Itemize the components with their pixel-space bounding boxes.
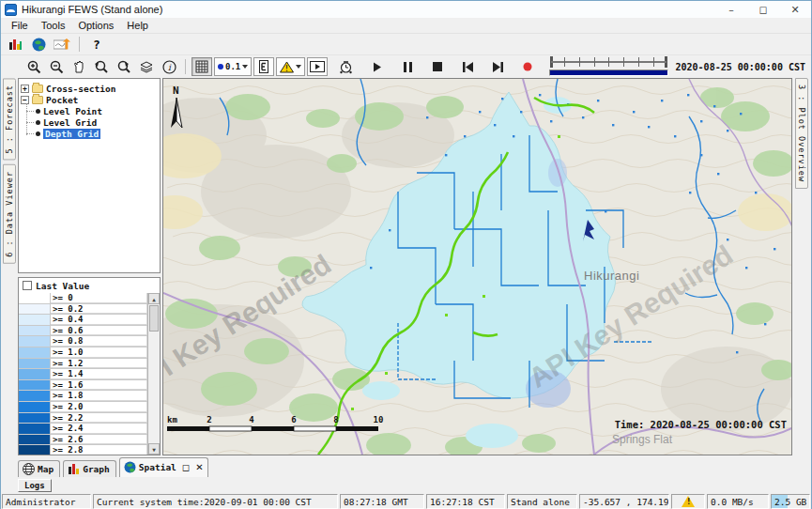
legend-swatch bbox=[19, 402, 51, 412]
skip-back-icon[interactable] bbox=[457, 57, 478, 76]
layers-icon[interactable] bbox=[136, 57, 157, 76]
chart-arrow-icon[interactable] bbox=[52, 35, 72, 54]
zoom-previous-icon[interactable] bbox=[91, 57, 112, 76]
legend-label: >= 2.6 bbox=[51, 435, 147, 445]
legend-label: >= 0 bbox=[51, 293, 147, 303]
scroll-down-icon[interactable]: ▼ bbox=[148, 443, 160, 455]
toolbar-separator bbox=[79, 37, 80, 52]
help-icon[interactable]: ? bbox=[86, 35, 107, 54]
legend-swatch bbox=[19, 326, 51, 336]
scroll-up-icon[interactable]: ▲ bbox=[148, 293, 160, 304]
left-panel: + Cross-section − Pocket Level Point bbox=[18, 78, 161, 455]
status-user: Administrator bbox=[2, 494, 91, 509]
zoom-next-icon[interactable] bbox=[114, 57, 134, 76]
tree-node-pocket[interactable]: − Pocket bbox=[21, 94, 158, 105]
map-viewport[interactable]: API Key Required API Key Required Hikura… bbox=[162, 78, 792, 455]
legend-row: >= 0.8 bbox=[19, 336, 147, 347]
legend-label: >= 1.4 bbox=[51, 369, 147, 379]
tree-label-selected: Depth Grid bbox=[43, 129, 100, 139]
menu-item[interactable]: File bbox=[6, 19, 34, 32]
map-toolbar: i 0.1 ! bbox=[1, 54, 811, 78]
tab-graph-label: Graph bbox=[83, 464, 110, 474]
legend-swatch bbox=[19, 424, 51, 434]
status-mode: Stand alone bbox=[507, 494, 577, 509]
current-datetime: 2020-08-25 00:00:00 CST bbox=[676, 62, 805, 72]
menu-item[interactable]: Help bbox=[121, 19, 154, 32]
svg-text:8: 8 bbox=[333, 415, 338, 424]
legend-panel: Last Value >= 0 >= 0.2 bbox=[18, 277, 161, 455]
play-window-icon[interactable] bbox=[307, 57, 328, 76]
zoom-in-icon[interactable] bbox=[23, 57, 44, 76]
tab-graph[interactable]: Graph bbox=[63, 460, 116, 477]
legend-label: >= 1.2 bbox=[51, 359, 147, 369]
legend-label: >= 0.6 bbox=[51, 326, 147, 336]
time-slider[interactable] bbox=[549, 56, 667, 77]
skip-forward-icon[interactable] bbox=[487, 57, 508, 76]
pause-icon[interactable] bbox=[397, 57, 418, 76]
tab-close-icon[interactable]: ✕ bbox=[195, 462, 203, 472]
tab-data-viewer[interactable]: 6 : Data Viewer bbox=[3, 164, 16, 264]
tab-forecast[interactable]: 5 : Forecast bbox=[3, 78, 16, 160]
folder-icon bbox=[32, 85, 43, 93]
pan-icon[interactable] bbox=[69, 57, 89, 76]
logs-row: Logs bbox=[1, 477, 811, 493]
place-label-springs-flat: Springs Flat bbox=[612, 433, 673, 446]
bar-chart-icon[interactable] bbox=[5, 35, 25, 54]
toolbar-separator bbox=[185, 59, 186, 74]
logs-button[interactable]: Logs bbox=[18, 479, 52, 492]
graph-icon bbox=[68, 463, 80, 474]
status-coordinates: -35.657 , 174.199 bbox=[579, 494, 669, 509]
record-icon[interactable] bbox=[517, 57, 538, 76]
legend-swatch bbox=[19, 347, 51, 358]
collapse-icon[interactable]: − bbox=[21, 96, 29, 104]
tree-node-level-grid[interactable]: Level Grid bbox=[34, 116, 158, 128]
tab-plot-overview[interactable]: 3 : Plot Overview bbox=[795, 78, 808, 189]
tree-label: Level Point bbox=[43, 106, 102, 116]
threshold-dropdown[interactable]: 0.1 bbox=[214, 57, 252, 76]
status-warning-cell[interactable] bbox=[671, 494, 705, 509]
scroll-thumb[interactable] bbox=[149, 305, 159, 332]
warning-dropdown[interactable]: ! bbox=[276, 57, 305, 76]
menu-item[interactable]: Options bbox=[72, 19, 119, 32]
app-logo-icon bbox=[5, 4, 17, 16]
legend-swatch bbox=[19, 359, 51, 369]
main-region: 5 : Forecast 6 : Data Viewer + Cross-sec… bbox=[1, 78, 811, 455]
zoom-out-icon[interactable] bbox=[46, 57, 67, 76]
globe-icon[interactable] bbox=[28, 35, 49, 54]
play-icon[interactable] bbox=[367, 57, 388, 76]
maximize-button[interactable]: ◻ bbox=[747, 1, 779, 18]
minimize-button[interactable]: – bbox=[715, 1, 747, 18]
last-value-label: Last Value bbox=[36, 281, 89, 291]
legend-swatch bbox=[19, 445, 51, 455]
tab-maximize-icon[interactable]: ◻ bbox=[182, 462, 190, 472]
legend-label: >= 0.8 bbox=[51, 336, 147, 347]
close-button[interactable]: ✕ bbox=[779, 1, 811, 18]
legend-row: >= 2.8 bbox=[19, 445, 147, 455]
tree-node-depth-grid[interactable]: Depth Grid bbox=[34, 128, 158, 139]
grid-icon[interactable] bbox=[192, 57, 212, 76]
timer-icon[interactable] bbox=[335, 57, 356, 76]
main-toolbar: ? bbox=[1, 34, 811, 54]
window-title: Hikurangi FEWS (Stand alone) bbox=[22, 4, 162, 15]
frame-e-icon[interactable] bbox=[253, 57, 274, 76]
tree-label: Pocket bbox=[46, 95, 78, 105]
stop-icon[interactable] bbox=[427, 57, 448, 76]
chevron-down-icon bbox=[242, 65, 248, 69]
legend-row: >= 2.4 bbox=[19, 424, 147, 435]
tab-spatial-label: Spatial bbox=[139, 462, 176, 472]
menu-item[interactable]: Tools bbox=[36, 19, 71, 32]
tab-spatial[interactable]: Spatial ◻ ✕ bbox=[119, 457, 208, 477]
tab-map[interactable]: Map bbox=[18, 460, 60, 477]
legend-row: >= 0.6 bbox=[19, 326, 147, 337]
svg-text:N: N bbox=[173, 85, 179, 97]
legend-scrollbar[interactable]: ▲ ▼ bbox=[147, 293, 160, 455]
info-icon[interactable]: i bbox=[159, 57, 179, 76]
tree-node-cross-section[interactable]: + Cross-section bbox=[21, 83, 158, 94]
last-value-checkbox[interactable] bbox=[23, 281, 32, 290]
legend-row: >= 1.4 bbox=[19, 369, 147, 380]
expand-icon[interactable]: + bbox=[21, 85, 29, 93]
svg-text:km: km bbox=[167, 415, 177, 424]
tree-node-level-point[interactable]: Level Point bbox=[34, 105, 158, 116]
legend-row: >= 1.0 bbox=[19, 347, 147, 359]
time-range-bar[interactable] bbox=[549, 69, 667, 76]
